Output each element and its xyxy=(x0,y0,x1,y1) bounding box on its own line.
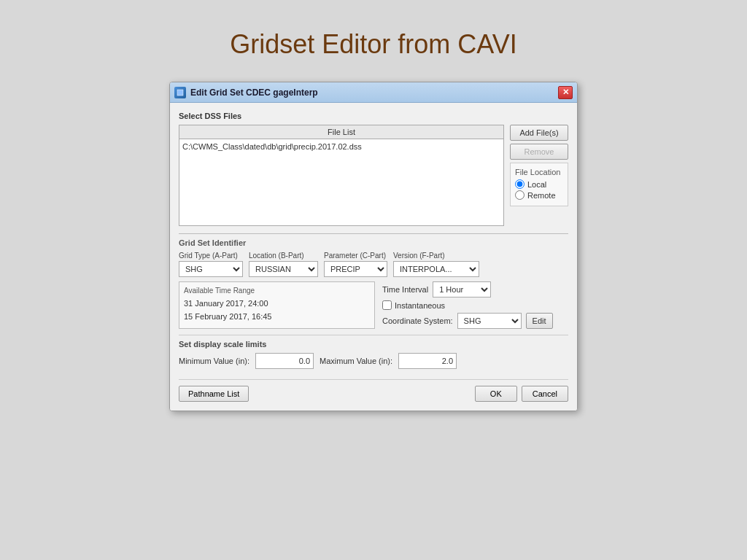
local-radio[interactable] xyxy=(515,179,525,189)
svg-rect-0 xyxy=(177,90,183,96)
time-interval-row: Time Interval 1 Hour 6 Hour 1 Day xyxy=(382,281,568,298)
lower-section: Available Time Range 31 January 2017, 24… xyxy=(179,281,568,329)
min-label: Minimum Value (in): xyxy=(179,357,249,365)
remote-label: Remote xyxy=(527,191,556,200)
add-files-button[interactable]: Add File(s) xyxy=(510,125,568,141)
title-bar: Edit Grid Set CDEC gageInterp ✕ xyxy=(170,82,577,103)
edit-button[interactable]: Edit xyxy=(526,313,553,329)
file-section: File List C:\CWMS_Class\dated\db\grid\pr… xyxy=(179,125,568,226)
version-label: Version (F-Part) xyxy=(393,252,479,260)
coordinate-row: Coordinate System: SHG HRAP LATLON Edit xyxy=(382,313,568,329)
window-content: Select DSS Files File List C:\CWMS_Class… xyxy=(170,103,577,411)
location-col: Location (B-Part) RUSSIAN xyxy=(249,252,318,277)
time-interval-select[interactable]: 1 Hour 6 Hour 1 Day xyxy=(433,281,491,298)
scale-section: Set display scale limits Minimum Value (… xyxy=(179,335,568,369)
grid-type-select[interactable]: SHG HRAP LATLON xyxy=(179,261,243,277)
time-range-start: 31 January 2017, 24:00 xyxy=(184,298,370,311)
version-select-wrapper: INTERPOLA... xyxy=(393,261,479,277)
title-bar-left: Edit Grid Set CDEC gageInterp xyxy=(174,87,318,98)
time-interval-label: Time Interval xyxy=(382,285,428,294)
time-range-end: 15 February 2017, 16:45 xyxy=(184,311,370,324)
remote-radio-row: Remote xyxy=(515,190,563,200)
file-buttons: Add File(s) Remove File Location Local R… xyxy=(510,125,568,226)
right-controls: Time Interval 1 Hour 6 Hour 1 Day Instan… xyxy=(382,281,568,329)
parameter-select-wrapper: PRECIP xyxy=(324,261,387,277)
local-label: Local xyxy=(527,180,546,189)
grid-identifier-row: Grid Type (A-Part) SHG HRAP LATLON Locat… xyxy=(179,252,568,277)
parameter-col: Parameter (C-Part) PRECIP xyxy=(324,252,387,277)
time-range-label: Available Time Range xyxy=(184,287,370,295)
scale-label: Set display scale limits xyxy=(179,340,568,349)
location-select[interactable]: RUSSIAN xyxy=(249,261,318,277)
grid-type-select-wrapper: SHG HRAP LATLON xyxy=(179,261,243,277)
parameter-label: Parameter (C-Part) xyxy=(324,252,387,260)
file-path: C:\CWMS_Class\dated\db\grid\precip.2017.… xyxy=(182,142,362,151)
instantaneous-row: Instantaneous xyxy=(382,300,568,310)
max-label: Maximum Value (in): xyxy=(320,357,392,365)
scale-row: Minimum Value (in): Maximum Value (in): xyxy=(179,353,568,369)
version-select[interactable]: INTERPOLA... xyxy=(393,261,479,277)
min-value-input[interactable] xyxy=(255,353,314,369)
max-value-input[interactable] xyxy=(398,353,457,369)
version-col: Version (F-Part) INTERPOLA... xyxy=(393,252,479,277)
location-label: Location (B-Part) xyxy=(249,252,318,260)
window-icon xyxy=(174,87,186,98)
remote-radio[interactable] xyxy=(515,190,525,200)
coord-select-wrapper: SHG HRAP LATLON xyxy=(457,313,522,329)
time-interval-select-wrapper: 1 Hour 6 Hour 1 Day xyxy=(433,281,491,298)
window-title: Edit Grid Set CDEC gageInterp xyxy=(190,88,318,98)
local-radio-row: Local xyxy=(515,179,563,189)
pathname-list-button[interactable]: Pathname List xyxy=(179,386,249,402)
grid-type-label: Grid Type (A-Part) xyxy=(179,252,243,260)
coordinate-label: Coordinate System: xyxy=(382,316,453,325)
file-location-box: File Location Local Remote xyxy=(510,163,568,206)
location-select-wrapper: RUSSIAN xyxy=(249,261,318,277)
parameter-select[interactable]: PRECIP xyxy=(324,261,387,277)
file-list-content[interactable]: C:\CWMS_Class\dated\db\grid\precip.2017.… xyxy=(179,139,504,226)
edit-grid-window: Edit Grid Set CDEC gageInterp ✕ Select D… xyxy=(169,82,578,411)
coordinate-select[interactable]: SHG HRAP LATLON xyxy=(457,313,522,329)
footer-right: OK Cancel xyxy=(475,386,568,402)
instantaneous-label: Instantaneous xyxy=(395,301,445,310)
grid-type-col: Grid Type (A-Part) SHG HRAP LATLON xyxy=(179,252,243,277)
ok-button[interactable]: OK xyxy=(475,386,517,402)
instantaneous-checkbox[interactable] xyxy=(382,300,392,310)
dss-section-label: Select DSS Files xyxy=(179,112,568,120)
page-title: Gridset Editor from CAVI xyxy=(230,29,516,60)
file-location-label: File Location xyxy=(515,168,563,176)
close-button[interactable]: ✕ xyxy=(558,86,573,99)
file-list-area: File List C:\CWMS_Class\dated\db\grid\pr… xyxy=(179,125,504,226)
file-list-header: File List xyxy=(179,125,504,139)
grid-identifier-label: Grid Set Identifier xyxy=(179,233,568,247)
time-range-box: Available Time Range 31 January 2017, 24… xyxy=(179,281,375,329)
cancel-button[interactable]: Cancel xyxy=(522,386,568,402)
remove-button[interactable]: Remove xyxy=(510,144,568,160)
footer-row: Pathname List OK Cancel xyxy=(179,379,568,402)
